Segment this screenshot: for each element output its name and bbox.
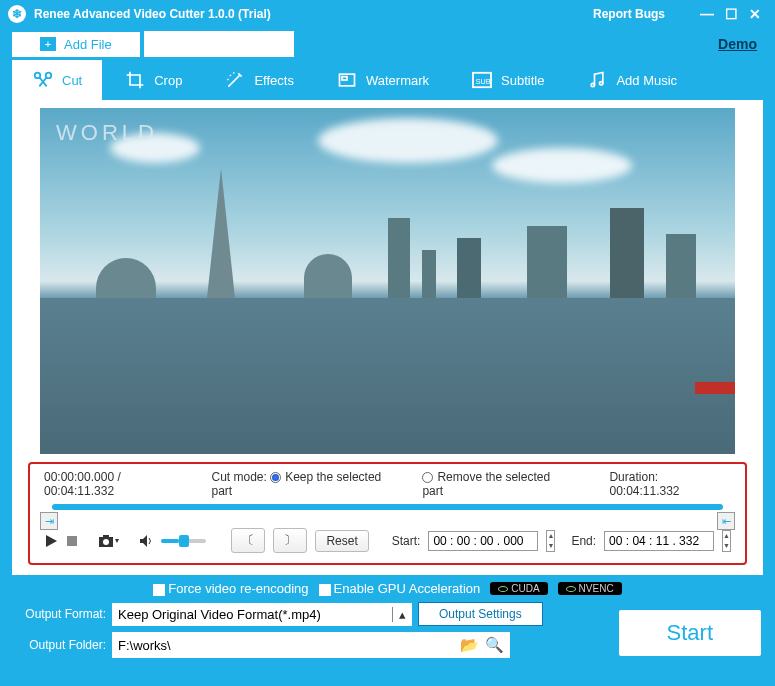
snapshot-button[interactable]: ▾ bbox=[98, 531, 119, 551]
in-marker[interactable]: ⇥ bbox=[40, 512, 58, 530]
start-spinner[interactable]: ▲▼ bbox=[546, 530, 555, 552]
watermark-icon bbox=[336, 69, 358, 91]
subtitle-icon: SUB bbox=[471, 69, 493, 91]
gpu-accel-checkbox[interactable] bbox=[319, 584, 331, 596]
radio-keep[interactable] bbox=[270, 472, 281, 483]
start-time-label: Start: bbox=[392, 534, 421, 548]
music-icon bbox=[586, 69, 608, 91]
tab-watermark[interactable]: Watermark bbox=[316, 60, 449, 100]
demo-link[interactable]: Demo bbox=[718, 36, 757, 52]
tab-subtitle[interactable]: SUB Subtitle bbox=[451, 60, 564, 100]
svg-point-12 bbox=[103, 539, 109, 545]
tab-cut[interactable]: Cut bbox=[12, 60, 102, 100]
add-file-label: Add File bbox=[64, 37, 112, 52]
maximize-button[interactable]: ☐ bbox=[719, 6, 743, 22]
svg-point-7 bbox=[600, 82, 603, 85]
set-out-button[interactable]: 〕 bbox=[273, 528, 307, 553]
folder-icon[interactable]: 📂 bbox=[460, 636, 479, 654]
app-title: Renee Advanced Video Cutter 1.0.0 (Trial… bbox=[34, 7, 271, 21]
search-icon[interactable]: 🔍 bbox=[485, 636, 504, 654]
start-time-input[interactable] bbox=[428, 531, 538, 551]
minimize-button[interactable]: — bbox=[695, 6, 719, 22]
end-time-input[interactable] bbox=[604, 531, 714, 551]
output-settings-button[interactable]: Output Settings bbox=[418, 602, 543, 626]
svg-text:SUB: SUB bbox=[476, 77, 491, 86]
watermark-overlay: WORLD bbox=[56, 120, 158, 146]
volume-button[interactable] bbox=[139, 531, 153, 551]
app-icon: ❄ bbox=[8, 5, 26, 23]
volume-slider[interactable] bbox=[161, 539, 206, 543]
output-format-combo[interactable]: Keep Original Video Format(*.mp4) ▴ bbox=[112, 603, 412, 626]
svg-marker-13 bbox=[140, 535, 147, 547]
cuda-badge: CUDA bbox=[490, 582, 547, 595]
end-spinner[interactable]: ▲▼ bbox=[722, 530, 731, 552]
force-reencode-checkbox[interactable] bbox=[153, 584, 165, 596]
end-time-label: End: bbox=[571, 534, 596, 548]
set-in-button[interactable]: 〔 bbox=[231, 528, 265, 553]
add-file-button[interactable]: + Add File bbox=[12, 32, 140, 57]
output-folder-field[interactable]: F:\works\ bbox=[118, 638, 171, 653]
stop-button[interactable] bbox=[66, 531, 78, 551]
file-slot[interactable] bbox=[144, 31, 294, 57]
report-bugs-link[interactable]: Report Bugs bbox=[593, 7, 665, 21]
wand-icon bbox=[224, 69, 246, 91]
play-button[interactable] bbox=[44, 531, 58, 551]
output-folder-label: Output Folder: bbox=[14, 638, 106, 652]
nvenc-badge: NVENC bbox=[558, 582, 622, 595]
chevron-up-icon[interactable]: ▴ bbox=[392, 607, 406, 622]
tab-crop[interactable]: Crop bbox=[104, 60, 202, 100]
svg-marker-8 bbox=[46, 535, 57, 547]
plus-icon: + bbox=[40, 37, 56, 51]
tab-addmusic[interactable]: Add Music bbox=[566, 60, 697, 100]
radio-remove[interactable] bbox=[422, 472, 433, 483]
cut-mode-label: Cut mode: bbox=[211, 470, 266, 484]
tab-effects[interactable]: Effects bbox=[204, 60, 314, 100]
close-button[interactable]: ✕ bbox=[743, 6, 767, 22]
output-format-label: Output Format: bbox=[14, 607, 106, 621]
cut-controls-panel: 00:00:00.000 / 00:04:11.332 Cut mode: Ke… bbox=[28, 462, 747, 565]
scissors-icon bbox=[32, 69, 54, 91]
svg-point-6 bbox=[592, 83, 595, 86]
reset-button[interactable]: Reset bbox=[315, 530, 368, 552]
position-time: 00:00:00.000 / 00:04:11.332 bbox=[44, 470, 193, 498]
svg-rect-11 bbox=[103, 535, 109, 538]
start-button[interactable]: Start bbox=[619, 610, 761, 656]
video-preview[interactable]: WORLD bbox=[40, 108, 735, 454]
cut-timeline[interactable] bbox=[52, 504, 723, 510]
svg-rect-9 bbox=[67, 536, 77, 546]
out-marker[interactable]: ⇤ bbox=[717, 512, 735, 530]
duration-label: Duration: 00:04:11.332 bbox=[609, 470, 731, 498]
crop-icon bbox=[124, 69, 146, 91]
svg-rect-3 bbox=[342, 77, 347, 80]
